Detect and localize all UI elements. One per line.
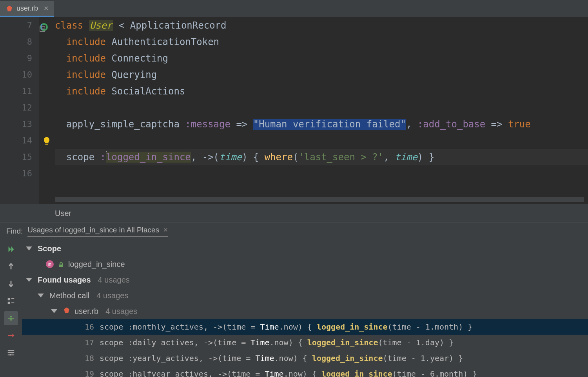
editor-tab[interactable]: user.rb ✕ — [0, 1, 54, 17]
line-number: 14 — [0, 132, 32, 149]
ruby-file-icon — [5, 5, 13, 13]
constant: Querying — [112, 69, 157, 80]
tree-leaf-scope-item[interactable]: m logged_in_since — [22, 256, 588, 272]
usage-text: :yearly_actives — [128, 353, 199, 363]
class-name: User — [89, 20, 113, 31]
usage-text: :halfyear_actives — [128, 369, 208, 377]
line-number: 15 — [0, 149, 32, 165]
symbol: :message — [185, 119, 230, 130]
tree-node-scope[interactable]: Scope — [22, 241, 588, 256]
usage-text: scope — [100, 322, 128, 332]
method-icon: m — [45, 260, 54, 268]
symbol: :add_to_base — [417, 119, 485, 130]
group-by-button[interactable] — [4, 294, 18, 308]
find-panel-header: Find: Usages of logged_in_since in All P… — [0, 223, 588, 239]
line-number: 9 — [0, 50, 32, 67]
breadcrumb[interactable]: User — [0, 204, 588, 223]
usage-text: (time - 1.year) } — [383, 353, 463, 363]
line-number: 7 — [0, 17, 32, 34]
usage-text: .now) { — [284, 369, 321, 377]
usage-row[interactable]: 16scope :monthly_actives, ->(time = Time… — [22, 319, 588, 335]
usage-text: , ->(time = — [208, 369, 265, 377]
usage-match: logged_in_since — [317, 322, 388, 332]
keyword: include — [66, 53, 112, 64]
close-icon[interactable]: ✕ — [44, 5, 49, 12]
breadcrumb-item[interactable]: User — [55, 209, 71, 218]
constant: Connecting — [112, 53, 169, 64]
usage-line-number: 18 — [81, 353, 94, 363]
usage-count: 4 usages — [96, 291, 128, 300]
constant: SocialActions — [112, 86, 185, 97]
code-area[interactable]: class User < ApplicationRecord include A… — [39, 17, 588, 204]
usage-line-number: 16 — [81, 322, 94, 332]
usage-text: .now) { — [274, 353, 312, 363]
find-panel: Scope m logged_in_since Found usages 4 u… — [0, 239, 588, 377]
keyword: include — [66, 36, 112, 47]
punctuation: ) } — [417, 152, 434, 163]
line-number: 13 — [0, 116, 32, 132]
method-call: where — [265, 152, 293, 163]
tree-node-found-usages[interactable]: Found usages 4 usages — [22, 272, 588, 288]
usage-count: 4 usages — [105, 307, 137, 316]
next-occurrence-button[interactable] — [4, 277, 18, 291]
usage-match: logged_in_since — [321, 369, 392, 377]
preview-usages-button[interactable] — [4, 311, 18, 325]
svg-point-9 — [11, 352, 13, 353]
usage-text: :daily_actives — [128, 338, 194, 347]
usage-text: Time — [255, 353, 274, 363]
usage-text: (time - 1.day) } — [378, 338, 454, 347]
usage-row[interactable]: 19scope :halfyear_actives, ->(time = Tim… — [22, 366, 588, 377]
svg-rect-5 — [8, 302, 10, 304]
usage-text: .now) { — [270, 338, 307, 347]
symbol-highlighted: logged_in_since — [106, 152, 191, 163]
export-button[interactable] — [4, 328, 18, 343]
find-toolbar — [0, 239, 22, 377]
punctuation: , — [383, 152, 395, 163]
svg-rect-4 — [8, 298, 10, 301]
usage-row[interactable]: 18scope :yearly_actives, ->(time = Time.… — [22, 350, 588, 366]
file-name: user.rb — [74, 307, 98, 316]
tree-node-file[interactable]: user.rb 4 usages — [22, 303, 588, 319]
usage-text: , ->(time = — [199, 353, 256, 363]
expand-icon[interactable] — [26, 246, 32, 250]
line-number-gutter: 7 8 9 10 11 12 13 14 15 16 — [0, 17, 39, 204]
usage-text: , ->(time = — [194, 338, 251, 347]
expand-icon[interactable] — [26, 278, 32, 282]
punctuation: ) { — [242, 152, 265, 163]
line-number: 16 — [0, 165, 32, 182]
expand-icon[interactable] — [51, 309, 57, 313]
previous-occurrence-button[interactable] — [4, 259, 18, 274]
constant: AuthenticationToken — [112, 36, 220, 47]
method-call: scope — [66, 152, 100, 163]
usage-row[interactable]: 17scope :daily_actives, ->(time = Time.n… — [22, 335, 588, 350]
editor-tab-filename: user.rb — [16, 4, 38, 13]
parameter: time — [395, 152, 417, 163]
svg-rect-6 — [11, 298, 14, 299]
scope-item-name: logged_in_since — [68, 260, 125, 269]
method-call: apply_simple_captcha — [66, 119, 185, 130]
expand-icon[interactable] — [38, 294, 44, 297]
code-editor[interactable]: 7 8 9 10 11 12 13 14 15 16 class User < … — [0, 17, 588, 204]
usage-text: scope — [100, 338, 128, 347]
svg-point-8 — [9, 350, 10, 352]
find-results-title: Usages of logged_in_since in All Places — [27, 226, 159, 234]
string-literal: "Human verification failed" — [253, 119, 406, 130]
find-results-tree[interactable]: Scope m logged_in_since Found usages 4 u… — [22, 239, 588, 377]
settings-button[interactable] — [4, 346, 18, 360]
horizontal-scrollbar[interactable] — [55, 197, 584, 202]
line-number: 12 — [0, 100, 32, 116]
line-number: 8 — [0, 34, 32, 50]
usage-text: scope — [100, 353, 128, 363]
ruby-file-icon — [63, 306, 71, 316]
punctuation: => — [485, 119, 508, 130]
svg-point-10 — [9, 354, 11, 356]
tree-node-method-call[interactable]: Method call 4 usages — [22, 288, 588, 303]
usage-line-number: 19 — [81, 369, 94, 377]
tree-label: Found usages — [38, 276, 91, 285]
keyword: include — [66, 69, 112, 80]
usage-line-number: 17 — [81, 338, 94, 347]
close-icon[interactable]: ✕ — [163, 227, 168, 234]
rerun-button[interactable] — [4, 242, 18, 256]
usage-text: .now) { — [279, 322, 317, 332]
find-results-tab[interactable]: Usages of logged_in_since in All Places … — [27, 226, 168, 237]
